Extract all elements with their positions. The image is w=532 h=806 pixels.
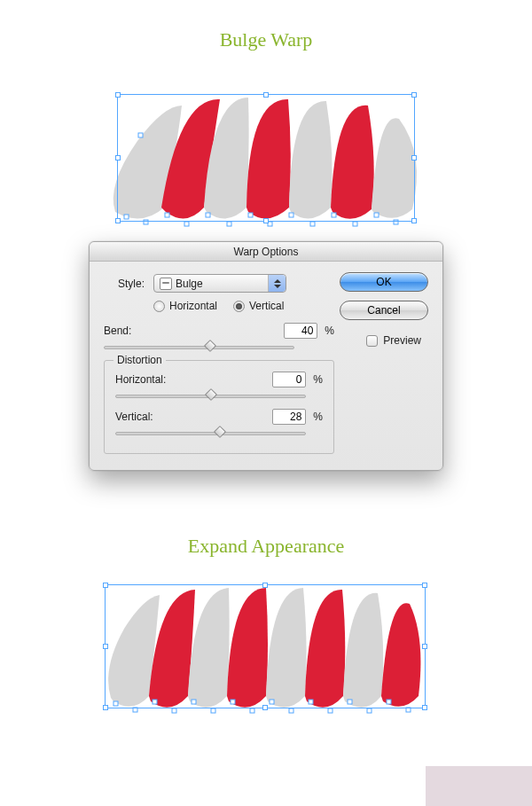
dist-h-label: Horizontal: (115, 373, 184, 386)
ok-button[interactable]: OK (340, 272, 428, 292)
dropdown-arrows-icon (268, 275, 286, 292)
illustrator-canvas-top (0, 64, 532, 241)
handle-bot-right[interactable] (422, 705, 427, 710)
svg-rect-20 (211, 708, 215, 713)
handle-mid-left[interactable] (115, 155, 121, 160)
handle-bot-left[interactable] (115, 218, 121, 223)
bend-label: Bend: (104, 325, 173, 337)
distortion-legend: Distortion (113, 354, 166, 366)
handle-mid-left[interactable] (103, 644, 108, 649)
style-dropdown[interactable]: Bulge (153, 274, 286, 293)
svg-rect-11 (353, 222, 357, 226)
warp-options-dialog: Warp Options Style: Bulge Horizontal (89, 241, 443, 471)
radio-horizontal-label: Horizontal (169, 300, 217, 312)
handle-bot-right[interactable] (411, 218, 417, 223)
handle-bot-left[interactable] (103, 705, 108, 710)
handle-top-right[interactable] (422, 583, 427, 588)
radio-horizontal[interactable]: Horizontal (153, 300, 217, 312)
bend-slider[interactable] (104, 342, 294, 355)
handle-bot-mid[interactable] (262, 705, 268, 710)
radio-button-icon (233, 301, 245, 312)
selection-bounding-box[interactable] (117, 94, 415, 222)
dist-v-input[interactable] (272, 409, 306, 425)
dist-v-slider[interactable] (115, 428, 306, 441)
svg-rect-18 (172, 708, 176, 713)
style-value: Bulge (176, 278, 203, 290)
radio-vertical-label: Vertical (249, 300, 284, 312)
radio-button-icon (153, 301, 165, 312)
svg-rect-9 (310, 222, 315, 226)
dialog-title: Warp Options (90, 242, 442, 262)
preview-label: Preview (383, 334, 421, 347)
distortion-group: Distortion Horizontal: % Vertical: % (104, 360, 334, 454)
svg-rect-24 (289, 708, 293, 713)
style-label: Style: (104, 278, 145, 290)
selection-bounding-box[interactable] (105, 584, 426, 708)
percent-unit: % (313, 411, 323, 423)
svg-rect-5 (227, 222, 231, 226)
handle-top-mid[interactable] (262, 583, 268, 588)
svg-rect-28 (367, 708, 372, 713)
bend-input[interactable] (284, 323, 317, 339)
caption-bulge-warp: Bulge Warp (0, 28, 532, 51)
handle-mid-right[interactable] (422, 644, 427, 649)
radio-vertical[interactable]: Vertical (233, 300, 284, 312)
handle-top-right[interactable] (411, 92, 417, 98)
percent-unit: % (313, 373, 323, 386)
dist-v-label: Vertical: (115, 411, 184, 423)
dist-h-slider[interactable] (115, 391, 306, 403)
bulge-icon (160, 278, 172, 290)
svg-rect-3 (184, 222, 189, 226)
illustrator-canvas-bottom (0, 568, 532, 728)
handle-top-left[interactable] (103, 583, 108, 588)
svg-rect-22 (250, 708, 254, 713)
caption-expand-appearance: Expand Appearance (0, 535, 532, 558)
preview-checkbox[interactable] (366, 335, 378, 347)
handle-top-left[interactable] (115, 92, 121, 98)
handle-top-mid[interactable] (263, 92, 269, 98)
bottom-right-patch (426, 766, 532, 806)
handle-mid-right[interactable] (411, 155, 417, 160)
handle-bot-mid[interactable] (263, 218, 269, 223)
cancel-button[interactable]: Cancel (340, 301, 428, 320)
percent-unit: % (325, 325, 334, 337)
svg-rect-26 (328, 708, 332, 713)
dist-h-input[interactable] (272, 372, 306, 387)
